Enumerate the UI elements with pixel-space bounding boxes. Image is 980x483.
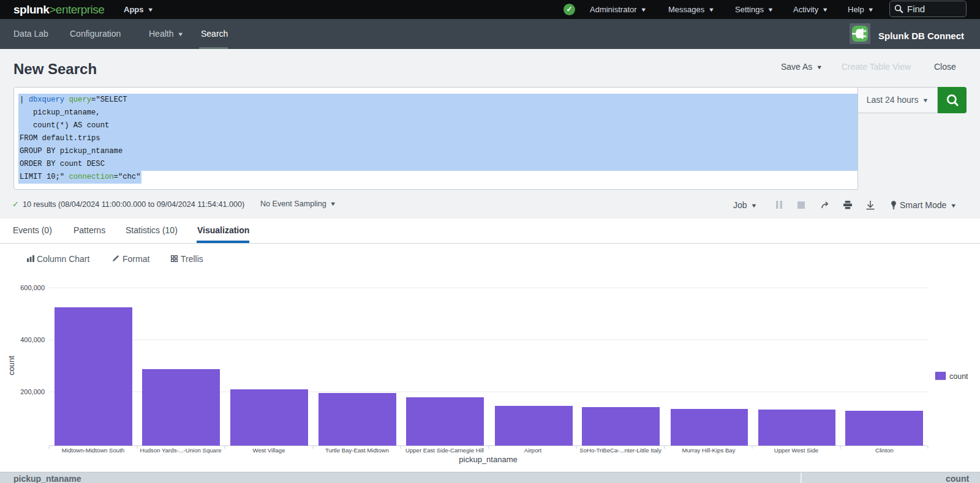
svg-text:Upper East Side-Carnegie Hill: Upper East Side-Carnegie Hill bbox=[405, 447, 484, 454]
svg-text:Murray Hill-Kips Bay: Murray Hill-Kips Bay bbox=[682, 447, 736, 454]
svg-text:600,000: 600,000 bbox=[20, 284, 45, 291]
svg-text:Hudson Yards-...-Union Square: Hudson Yards-...-Union Square bbox=[140, 447, 222, 454]
svg-text:Airport: Airport bbox=[524, 447, 542, 454]
svg-text:count: count bbox=[949, 372, 968, 381]
svg-text:Midtown-Midtown South: Midtown-Midtown South bbox=[62, 447, 124, 454]
svg-text:Clinton: Clinton bbox=[875, 447, 894, 454]
svg-text:200,000: 200,000 bbox=[20, 388, 45, 395]
svg-text:400,000: 400,000 bbox=[20, 336, 45, 343]
svg-text:Upper West Side: Upper West Side bbox=[774, 447, 818, 454]
svg-text:pickup_ntaname: pickup_ntaname bbox=[459, 455, 517, 464]
svg-text:Turtle Bay-East Midtown: Turtle Bay-East Midtown bbox=[325, 447, 389, 454]
svg-text:SoHo-TriBeCa-...nter-Little It: SoHo-TriBeCa-...nter-Little Italy bbox=[579, 447, 662, 454]
svg-text:West Village: West Village bbox=[253, 447, 285, 454]
svg-text:count: count bbox=[7, 356, 16, 375]
